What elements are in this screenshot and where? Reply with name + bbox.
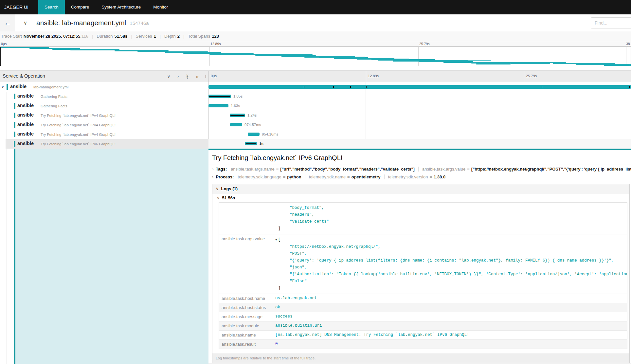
minimap-gridline [209, 47, 210, 66]
service-color-bar [14, 132, 15, 137]
span-duration-bar[interactable] [230, 123, 242, 126]
span-row-label-cell[interactable]: ansibleGathering Facts [0, 92, 208, 101]
minimap-viewport-handle[interactable] [0, 47, 1, 66]
operation-name: Gathering Facts [41, 104, 67, 108]
span-row-label-cell[interactable]: ansibleTry Fetching `lab.engyak.net` IPv… [0, 120, 208, 130]
service-color-bar [14, 94, 15, 99]
chevron-down-icon[interactable]: ∨ [167, 74, 171, 79]
span-row[interactable]: ansibleTry Fetching `lab.engyak.net` IPv… [0, 139, 631, 149]
tag-value: ["url","method","body","body_format","he… [280, 167, 415, 172]
caret-down-icon[interactable]: ▼ [275, 238, 277, 242]
chevron-down-icon: ∨ [216, 186, 219, 191]
tag-key: ansible.task.args.value [422, 167, 465, 172]
tag-key: telemetry.sdk.version [388, 174, 428, 179]
span-row-timeline-cell[interactable]: 954.16ms [208, 130, 631, 139]
nav-tab-compare[interactable]: Compare [65, 0, 96, 14]
meta-separator: | [160, 34, 161, 39]
chevron-right-icon[interactable]: › [212, 174, 213, 179]
span-log-tick [350, 86, 351, 88]
span-row[interactable]: ansibleGathering Facts1.85s [0, 92, 631, 101]
chevron-right-icon[interactable]: › [177, 74, 179, 79]
service-name: ansible [10, 84, 27, 89]
span-row-timeline-cell[interactable]: 1.24s [208, 111, 631, 120]
span-row[interactable]: ∨ansiblelab-management.yml [0, 82, 631, 92]
meta-separator: | [92, 34, 93, 39]
json-value-line: "{'Authorization': "Token {{ lookup('ans… [275, 271, 624, 278]
logs-accordion: ∨ Logs (1) ∨ 51.56s "body_format","heade… [212, 184, 630, 363]
tags-label[interactable]: Tags: [216, 167, 227, 172]
span-row-label-cell[interactable]: ansibleTry Fetching `lab.engyak.net` IPv… [0, 139, 208, 149]
json-string-value: "headers", [290, 212, 314, 217]
process-label[interactable]: Process: [216, 174, 234, 179]
span-row-timeline-cell[interactable]: 1.85s [208, 92, 631, 101]
chevron-right-icon[interactable]: › [212, 167, 213, 172]
json-string-value: success [275, 314, 293, 319]
span-duration-bar[interactable] [208, 85, 631, 89]
span-row[interactable]: ansibleTry Fetching `lab.engyak.net` IPv… [0, 111, 631, 120]
selected-span-highlight [15, 149, 208, 364]
double-chevron-down-icon[interactable]: ∨ ∨ [186, 74, 189, 78]
span-duration-bar[interactable] [208, 104, 228, 107]
span-duration-bar[interactable] [248, 133, 260, 136]
tree-controls: ∨ › ∨ ∨ » [167, 71, 199, 82]
log-entry-header[interactable]: ∨ 51.56s [212, 193, 629, 202]
span-duration-bar[interactable] [208, 95, 231, 98]
span-duration-bar[interactable] [245, 142, 257, 145]
span-row-timeline-cell[interactable]: 974.57ms [208, 120, 631, 130]
span-row-timeline-cell[interactable]: 1s [208, 139, 631, 149]
column-resizer-grip[interactable]: ∥ [205, 74, 207, 78]
operation-name: Try Fetching `lab.engyak.net` IPv4 Graph… [41, 123, 116, 127]
nav-tab-monitor[interactable]: Monitor [147, 0, 174, 14]
json-close-line: ] [275, 225, 624, 232]
minimap-tick-label: 12.89s [210, 42, 221, 46]
log-field-value-json: "body_format","headers","validate_certs"… [275, 203, 627, 234]
minimap-viewport-handle[interactable] [630, 47, 630, 66]
json-string-value: [ns.lab.engyak.net] DNS Management: Try … [275, 333, 469, 337]
json-string-value: "False" [290, 279, 307, 283]
timeline-tick-label: 25.79s [526, 74, 537, 78]
service-name: ansible [17, 131, 34, 136]
span-row[interactable]: ansibleTry Fetching `lab.engyak.net` IPv… [0, 130, 631, 139]
service-operation-header: Service & Operation ∨ › ∨ ∨ » ∥ [0, 71, 209, 82]
json-string-value: ns.lab.engyak.net [275, 296, 317, 300]
service-color-bar [7, 84, 8, 90]
span-row-timeline-cell[interactable] [208, 82, 631, 92]
logs-header[interactable]: ∨ Logs (1) [212, 184, 629, 193]
span-row-label-cell[interactable]: ansibleTry Fetching `lab.engyak.net` IPv… [0, 130, 208, 139]
jaeger-trace-page: JAEGER UI SearchCompareSystem Architectu… [0, 0, 631, 364]
span-row[interactable]: ansibleTry Fetching `lab.engyak.net` IPv… [0, 120, 631, 130]
span-row-timeline-cell[interactable]: 1.63s [208, 101, 631, 111]
minimap-span-segment [511, 63, 550, 64]
nav-tab-system-architecture[interactable]: System Architecture [95, 0, 147, 14]
span-row-label-cell[interactable]: ansibleGathering Facts [0, 101, 208, 111]
span-duration-label: 1.24s [247, 113, 257, 117]
log-field-key: ansible.task.module [219, 321, 275, 330]
log-fields-table: "body_format","headers","validate_certs"… [219, 202, 627, 349]
json-open-line: ▼[ [275, 236, 624, 244]
log-field-key: ansible.task.message [219, 312, 275, 321]
service-name: ansible [17, 93, 34, 99]
jaeger-logo[interactable]: JAEGER UI [0, 0, 38, 14]
trace-meta-bar: Trace StartNovember 28 2025, 07:12:55.11… [0, 31, 631, 41]
minimap-canvas[interactable] [0, 46, 631, 66]
back-button[interactable]: ← [0, 14, 15, 31]
span-row-label-cell[interactable]: ∨ansiblelab-management.yml [0, 82, 208, 92]
tag-pill: ansible.task.args.name=["url","method","… [231, 167, 415, 172]
find-input[interactable] [591, 17, 631, 28]
span-row-label-cell[interactable]: ansibleTry Fetching `lab.engyak.net` IPv… [0, 111, 208, 120]
process-pill: telemetry.sdk.version=1.38.0 [388, 174, 446, 179]
log-field-value: ansible.builtin.uri [275, 321, 627, 330]
process-pill: telemetry.sdk.language=python [238, 174, 301, 179]
span-duration-bar[interactable] [230, 114, 245, 117]
minimap-gridline [626, 47, 626, 66]
process-list: telemetry.sdk.language=pythontelemetry.s… [238, 174, 445, 179]
chevron-down-icon[interactable]: ∨ [1, 84, 4, 89]
log-field-value: ns.lab.engyak.net [275, 294, 627, 303]
timeline-header: 0μs12.89s25.79s [209, 71, 631, 82]
collapse-trace-chevron-icon[interactable]: ∨ [24, 20, 27, 26]
back-arrow-icon: ← [4, 19, 11, 27]
span-row[interactable]: ansibleGathering Facts1.63s [0, 101, 631, 111]
double-chevron-right-icon[interactable]: » [196, 74, 199, 79]
nav-tab-search[interactable]: Search [38, 0, 65, 14]
logs-header-label: Logs (1) [221, 186, 238, 191]
